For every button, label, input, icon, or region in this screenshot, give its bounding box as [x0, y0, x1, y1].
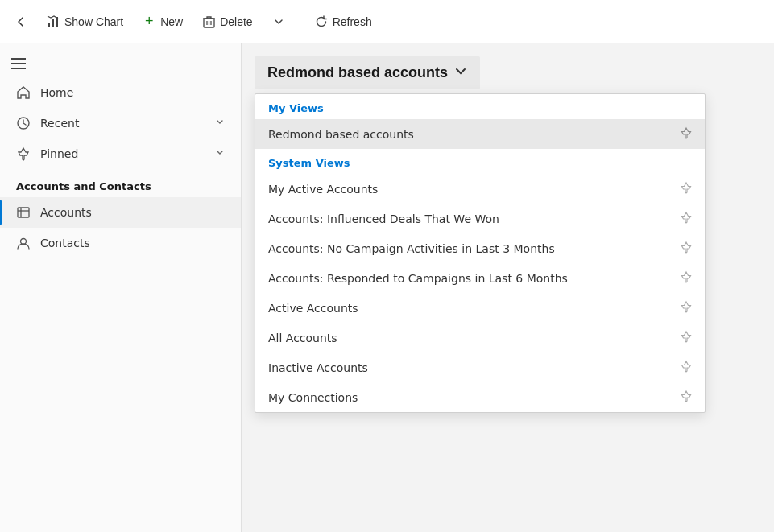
show-chart-button[interactable]: Show Chart	[39, 10, 131, 33]
refresh-label: Refresh	[333, 15, 372, 28]
dropdown-item-my-connections[interactable]: My Connections	[255, 382, 705, 412]
svg-rect-12	[18, 208, 29, 217]
content-area: Redmond based accounts My Views Redmond …	[242, 43, 774, 532]
redmond-accounts-label: Redmond based accounts	[268, 128, 414, 141]
clock-icon	[16, 116, 31, 130]
pin-icon	[16, 146, 31, 161]
pin-my-connections-icon[interactable]	[681, 390, 692, 404]
contacts-icon	[16, 236, 31, 250]
no-campaign-label: Accounts: No Campaign Activities in Last…	[268, 242, 555, 255]
section-header-accounts-contacts: Accounts and Contacts	[0, 169, 241, 197]
toolbar-divider	[300, 10, 300, 33]
view-selector-button[interactable]: Redmond based accounts	[255, 56, 480, 89]
recent-chevron-icon	[215, 118, 225, 130]
sidebar: Home Recent Pinned	[0, 43, 242, 532]
sidebar-item-contacts[interactable]: Contacts	[0, 228, 241, 258]
responded-campaigns-label: Accounts: Responded to Campaigns in Last…	[268, 272, 568, 285]
sidebar-item-accounts[interactable]: Accounts	[0, 197, 241, 228]
pin-active-accounts-icon[interactable]	[681, 301, 692, 315]
sidebar-accounts-label: Accounts	[40, 206, 225, 219]
chevron-down-icon	[272, 15, 285, 28]
pin-redmond-icon[interactable]	[681, 127, 692, 141]
svg-rect-1	[52, 19, 54, 27]
delete-button[interactable]: Delete	[194, 10, 260, 33]
pinned-chevron-icon	[215, 148, 225, 160]
inactive-accounts-label: Inactive Accounts	[268, 361, 368, 374]
view-selector-chevron-icon	[454, 64, 467, 81]
sidebar-pinned-label: Pinned	[40, 147, 205, 160]
dropdown-arrow-button[interactable]	[264, 10, 293, 33]
all-accounts-label: All Accounts	[268, 332, 337, 344]
pin-my-active-icon[interactable]	[681, 182, 692, 196]
main-layout: Home Recent Pinned	[0, 43, 774, 532]
dropdown-item-responded-campaigns[interactable]: Accounts: Responded to Campaigns in Last…	[255, 263, 705, 293]
dropdown-item-all-accounts[interactable]: All Accounts	[255, 323, 705, 353]
sidebar-recent-label: Recent	[40, 117, 205, 130]
sidebar-item-home[interactable]: Home	[0, 77, 241, 108]
refresh-icon	[315, 15, 328, 28]
delete-icon	[202, 15, 215, 28]
new-button[interactable]: + New	[135, 10, 191, 33]
sidebar-contacts-label: Contacts	[40, 237, 225, 250]
sidebar-item-pinned[interactable]: Pinned	[0, 138, 241, 169]
back-icon	[14, 15, 27, 28]
my-active-label: My Active Accounts	[268, 183, 378, 196]
new-label: New	[160, 15, 183, 28]
sidebar-home-label: Home	[40, 86, 225, 99]
hamburger-menu[interactable]	[0, 50, 241, 77]
my-views-label: My Views	[255, 94, 705, 119]
pin-influenced-icon[interactable]	[681, 212, 692, 225]
back-button[interactable]	[6, 10, 35, 33]
pin-responded-icon[interactable]	[681, 271, 692, 285]
view-selector-label: Redmond based accounts	[267, 64, 448, 81]
view-dropdown-panel: My Views Redmond based accounts System V…	[255, 93, 706, 413]
dropdown-item-active-accounts[interactable]: Active Accounts	[255, 293, 705, 323]
home-icon	[16, 85, 31, 100]
new-icon: +	[143, 15, 155, 28]
chart-icon	[47, 15, 60, 28]
pin-no-campaign-icon[interactable]	[681, 241, 692, 255]
accounts-icon	[16, 205, 31, 220]
dropdown-item-influenced-deals[interactable]: Accounts: Influenced Deals That We Won	[255, 204, 705, 233]
system-views-label: System Views	[255, 149, 705, 174]
pin-all-accounts-icon[interactable]	[681, 331, 692, 344]
toolbar: Show Chart + New Delete	[0, 0, 774, 43]
svg-rect-0	[48, 23, 50, 27]
sidebar-item-recent[interactable]: Recent	[0, 108, 241, 138]
active-accounts-label: Active Accounts	[268, 302, 358, 315]
pin-inactive-accounts-icon[interactable]	[681, 361, 692, 374]
refresh-button[interactable]: Refresh	[307, 10, 380, 33]
dropdown-item-inactive-accounts[interactable]: Inactive Accounts	[255, 353, 705, 382]
my-connections-label: My Connections	[268, 391, 358, 404]
dropdown-item-redmond[interactable]: Redmond based accounts	[255, 119, 705, 149]
dropdown-item-my-active[interactable]: My Active Accounts	[255, 174, 705, 204]
influenced-deals-label: Accounts: Influenced Deals That We Won	[268, 212, 499, 225]
show-chart-label: Show Chart	[64, 15, 123, 28]
dropdown-item-no-campaign[interactable]: Accounts: No Campaign Activities in Last…	[255, 233, 705, 263]
delete-label: Delete	[220, 15, 252, 28]
